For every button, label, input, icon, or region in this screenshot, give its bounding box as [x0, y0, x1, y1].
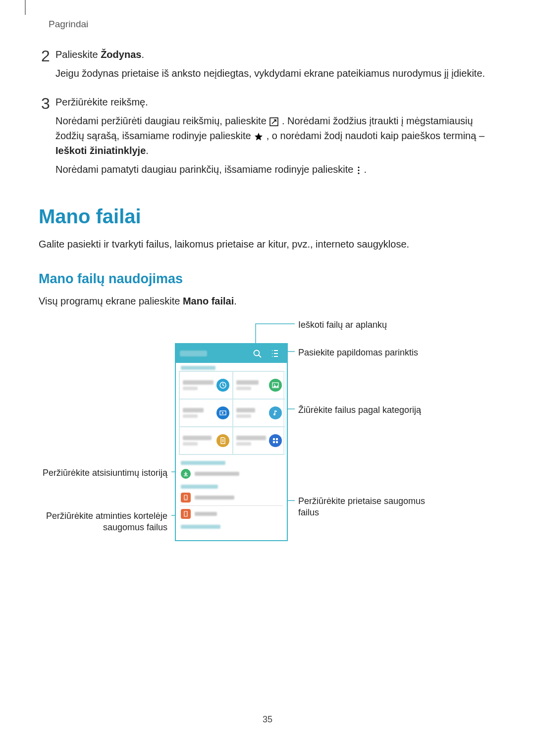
text: Visų programų ekrane palieskite — [39, 296, 183, 306]
callout-search: Ieškoti failų ar aplankų — [298, 319, 387, 331]
text: Palieskite — [55, 49, 101, 60]
more-icon — [356, 165, 361, 175]
svg-point-14 — [274, 384, 275, 385]
recent-icon — [216, 379, 229, 392]
device-storage-row — [176, 490, 287, 505]
videos-icon — [216, 406, 229, 419]
callout-category: Žiūrėkite failus pagal kategoriją — [298, 404, 421, 416]
expand-icon — [269, 117, 279, 127]
text: Norėdami peržiūrėti daugiau reikšmių, pa… — [55, 115, 269, 126]
device-storage-icon — [181, 493, 191, 503]
downloaded-apps-icon — [269, 434, 282, 447]
sd-card-row — [176, 506, 287, 522]
svg-point-26 — [185, 499, 186, 500]
search-icon — [253, 350, 262, 360]
callout-device: Peržiūrėkite prietaise saugomus failus — [298, 496, 442, 519]
images-icon — [269, 379, 282, 392]
bold-text: Mano failai — [183, 296, 234, 306]
app-title-blurred — [180, 351, 207, 356]
more-icon — [271, 349, 279, 360]
step-number: 3 — [39, 96, 53, 111]
documents-icon — [216, 434, 229, 447]
svg-point-16 — [273, 413, 275, 415]
heading-mano-failai: Mano failai — [39, 205, 499, 228]
category-grid — [179, 371, 284, 455]
callout-downloads: Peržiūrėkite atsisiuntimų istoriją — [43, 467, 167, 479]
step-title: Peržiūrėkite reikšmę. — [55, 95, 499, 109]
page-number: 35 — [0, 714, 535, 725]
download-history-row — [176, 466, 287, 482]
text: Norėdami pamatyti daugiau parinkčių, išs… — [55, 164, 356, 175]
section-header: Pagrindai — [49, 19, 88, 30]
text: . — [141, 49, 144, 60]
download-icon — [181, 469, 191, 479]
audio-icon — [269, 406, 282, 419]
svg-point-2 — [358, 169, 359, 171]
step-3: 3 Peržiūrėkite reikšmę. Norėdami peržiūr… — [39, 95, 499, 177]
sd-card-icon — [181, 509, 191, 519]
text: . — [146, 145, 149, 156]
phone-header — [176, 344, 287, 363]
svg-rect-21 — [276, 438, 278, 440]
svg-point-1 — [358, 166, 359, 168]
text: , o norėdami žodį naudoti kaip paieškos … — [267, 130, 484, 141]
bold-text: Žodynas — [101, 49, 141, 60]
bold-text: Ieškoti žiniatinklyje — [55, 145, 146, 156]
text: . — [364, 164, 367, 175]
step-2: 2 Palieskite Žodynas. Jeigu žodynas prie… — [39, 47, 499, 81]
intro-text: Galite pasiekti ir tvarkyti failus, laik… — [39, 237, 499, 252]
callout-sdcard: Peržiūrėkite atminties kortelėje saugomu… — [39, 510, 167, 534]
svg-point-3 — [358, 172, 359, 174]
svg-rect-22 — [273, 441, 275, 443]
phone-mock — [175, 343, 288, 541]
step-paragraph: Jeigu žodynas prietaise iš anksto neįdie… — [55, 66, 499, 81]
callout-options: Pasiekite papildomas parinktis — [298, 347, 418, 358]
svg-rect-23 — [276, 441, 278, 443]
diagram: Ieškoti failų ar aplankų Pasiekite papil… — [39, 318, 499, 566]
svg-rect-20 — [273, 438, 275, 440]
star-icon — [254, 132, 264, 142]
step-number: 2 — [39, 48, 53, 64]
subheading: Mano failų naudojimas — [39, 271, 499, 287]
text: . — [234, 296, 237, 306]
svg-line-5 — [259, 355, 261, 357]
svg-point-4 — [254, 351, 260, 356]
